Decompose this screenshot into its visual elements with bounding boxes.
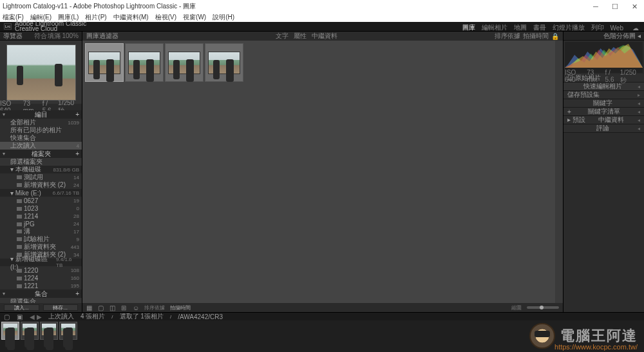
main-monitor-icon[interactable]: ▣: [17, 313, 23, 320]
loupe-view-icon[interactable]: ▢: [98, 304, 104, 311]
navigator-meta: ISO 64073 mmf / 5.61/250 秒: [0, 104, 82, 110]
close-button[interactable]: ✕: [625, 0, 644, 13]
grid-view-icon[interactable]: ▦: [86, 304, 93, 311]
folder-item[interactable]: 10230: [6, 204, 82, 212]
module-picker: 圖庫 編輯相片 地圖 書冊 幻燈片播放 列印 Web ☁: [462, 24, 639, 32]
filter-tab-meta[interactable]: 中繼資料: [312, 32, 337, 41]
catalog-prev-import[interactable]: 上次讀入4: [0, 142, 82, 150]
sort-label: 排序依據: [495, 32, 520, 41]
right-panel: 色階分佈圖◂ ISO 64073 mmf / 5.61/250 秒 ☐ 原始相片…: [563, 32, 644, 312]
menu-metadata[interactable]: 中繼資料(M): [113, 13, 149, 22]
fs-count: 4 張相片: [80, 312, 105, 321]
module-print[interactable]: 列印: [591, 23, 604, 32]
toolbar: ▦ ▢ ◫ ⊞ ☺ 排序依據 拍攝時間 縮圖: [82, 303, 563, 312]
sort-toolbar-value[interactable]: 拍攝時間: [170, 304, 191, 311]
grid-cell[interactable]: [165, 43, 204, 82]
export-button[interactable]: 轉存...: [43, 304, 79, 311]
filmstrip-thumb[interactable]: [21, 322, 39, 340]
comments-header[interactable]: 評論◂: [564, 124, 644, 133]
minimize-button[interactable]: ─: [586, 0, 605, 13]
module-library[interactable]: 圖庫: [462, 23, 475, 32]
maximize-button[interactable]: ☐: [605, 0, 625, 13]
thumbnail-size-slider[interactable]: [527, 306, 559, 309]
grid-cell[interactable]: [205, 43, 243, 82]
module-web[interactable]: Web: [611, 24, 623, 32]
filter-tab-text[interactable]: 文字: [276, 32, 289, 41]
folder-item[interactable]: 新增資料夾 (2)24: [6, 181, 82, 189]
histogram-header[interactable]: 色階分佈圖◂: [564, 32, 644, 41]
module-develop[interactable]: 編輯相片: [482, 23, 507, 32]
grid-cell[interactable]: [125, 43, 164, 82]
sort-dropdown[interactable]: 拍攝時間: [523, 32, 549, 41]
filter-bar-title: 圖庫過濾器: [86, 32, 118, 41]
volume-mike[interactable]: ▾ Mike (E:)6.6/7.16 TB: [0, 189, 82, 197]
filmstrip-thumb[interactable]: [59, 322, 77, 340]
module-map[interactable]: 地圖: [514, 23, 527, 32]
menu-view[interactable]: 檢視(V): [155, 13, 176, 22]
filmstrip: ▢ ▣ ◀▶ 上次讀入 4 張相片/ 選取了 1張相片/ /AWA4242/CR…: [0, 312, 644, 342]
module-book[interactable]: 書冊: [533, 23, 546, 32]
menu-window[interactable]: 視窗(W): [183, 13, 206, 22]
menubar: 檔案(F) 編輯(E) 圖庫(L) 相片(P) 中繼資料(M) 檢視(V) 視窗…: [0, 13, 644, 22]
thumb-label: 縮圖: [511, 304, 522, 311]
window-title: Lightroom Catalog-v11 - Adobe Photoshop …: [3, 2, 196, 11]
identity-plate: Lrc Adobe Lightroom Classic Creative Clo…: [0, 22, 644, 32]
left-panel: 導覽器 符合 填滿 100% ISO 64073 mmf / 5.61/250 …: [0, 32, 82, 312]
lock-icon[interactable]: 🔒: [551, 33, 559, 40]
filmstrip-thumbs[interactable]: [0, 320, 644, 341]
fs-source[interactable]: 上次讀入: [48, 312, 74, 321]
sort-toolbar-label: 排序依據: [144, 304, 165, 311]
filter-tab-attr[interactable]: 屬性: [294, 32, 307, 41]
menu-photo[interactable]: 相片(P): [85, 13, 106, 22]
histogram[interactable]: ISO 64073 mmf / 5.61/250 秒: [565, 42, 643, 73]
filmstrip-thumb[interactable]: [1, 322, 19, 340]
folder-item[interactable]: 121428: [6, 212, 82, 220]
navigator-header[interactable]: 導覽器 符合 填滿 100%: [0, 32, 82, 41]
filmstrip-header: ▢ ▣ ◀▶ 上次讀入 4 張相片/ 選取了 1張相片/ /AWA4242/CR…: [0, 313, 644, 320]
folder-item[interactable]: 1224160: [6, 274, 82, 282]
module-slideshow[interactable]: 幻燈片播放: [553, 23, 585, 32]
cloud-sync-icon[interactable]: ☁: [632, 24, 639, 32]
people-view-icon[interactable]: ☺: [133, 304, 139, 311]
watermark-url: https://www.kocpc.com.tw/: [554, 343, 638, 351]
second-monitor-icon[interactable]: ▢: [4, 313, 10, 320]
fs-path: /AWA4242/CR3: [178, 313, 223, 320]
lr-logo-icon: Lrc: [4, 23, 12, 30]
fs-selected: 選取了 1張相片: [120, 312, 164, 321]
filmstrip-nav[interactable]: ◀▶: [30, 313, 42, 320]
navigator-preview[interactable]: [0, 41, 82, 104]
grid-view[interactable]: [82, 41, 563, 303]
folder-item[interactable]: 062719: [6, 197, 82, 204]
titlebar: Lightroom Catalog-v11 - Adobe Photoshop …: [0, 0, 644, 13]
folder-item[interactable]: 1221195: [6, 282, 82, 289]
filmstrip-thumb[interactable]: [40, 322, 58, 340]
grid-cell[interactable]: [85, 43, 124, 82]
survey-view-icon[interactable]: ⊞: [121, 304, 128, 311]
compare-view-icon[interactable]: ◫: [109, 304, 116, 311]
volume-i[interactable]: ▾ 新增磁碟區 (I:)9.4/1.6 TB: [0, 259, 82, 266]
grid-scrollbar[interactable]: [555, 41, 563, 303]
center-panel: 圖庫過濾器 文字 屬性 中繼資料 排序依據 拍攝時間 🔒 ▦ ▢: [82, 32, 563, 312]
import-button[interactable]: 讀入...: [4, 304, 39, 311]
library-filter-bar: 圖庫過濾器 文字 屬性 中繼資料 排序依據 拍攝時間 🔒: [82, 32, 563, 41]
collections-filter[interactable]: 篩選集合: [0, 298, 82, 303]
menu-help[interactable]: 說明(H): [213, 13, 234, 22]
